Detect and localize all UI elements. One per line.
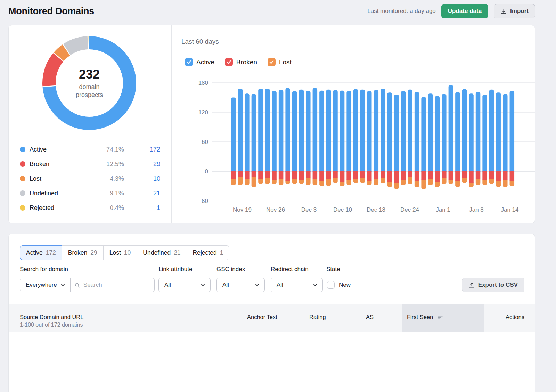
col-first-seen-label: First Seen bbox=[407, 314, 433, 320]
col-actions: Actions bbox=[506, 314, 524, 320]
tab-rejected[interactable]: Rejected1 bbox=[187, 246, 229, 260]
legend-checkbox-lost[interactable]: Lost bbox=[268, 58, 292, 66]
undefined-dot-icon bbox=[20, 190, 25, 196]
redirect-chain-select[interactable]: All bbox=[271, 278, 323, 292]
tab-count: 10 bbox=[124, 249, 131, 256]
table-row: www.example-domain.com new https://www.e… bbox=[9, 332, 535, 392]
donut-legend: Active74.1%172Broken12.5%29Lost4.3%10Und… bbox=[20, 142, 160, 215]
tab-broken[interactable]: Broken29 bbox=[62, 246, 104, 260]
tab-label: Undefined bbox=[143, 249, 171, 256]
col-rating: Rating bbox=[309, 314, 326, 320]
top-bar: Monitored Domains Last monitored: a day … bbox=[8, 0, 535, 22]
chart-title: Last 60 days bbox=[181, 38, 219, 46]
new-checkbox[interactable] bbox=[327, 281, 335, 289]
svg-text:Jan 1: Jan 1 bbox=[436, 206, 450, 213]
col-as: AS bbox=[366, 314, 374, 320]
tab-label: Active bbox=[26, 249, 43, 256]
import-label: Import bbox=[510, 8, 529, 15]
svg-text:120: 120 bbox=[198, 109, 208, 116]
import-button[interactable]: Import bbox=[494, 4, 535, 18]
state-new-filter: New bbox=[327, 278, 351, 292]
legend-count-link[interactable]: 10 bbox=[124, 175, 160, 182]
upload-icon bbox=[468, 282, 475, 288]
tab-count: 21 bbox=[174, 249, 180, 256]
overview-card: 232 domain prospects Active74.1%172Broke… bbox=[8, 25, 535, 223]
svg-text:Jan 14: Jan 14 bbox=[501, 206, 518, 213]
search-input[interactable] bbox=[83, 281, 150, 288]
checkbox-checked-icon bbox=[268, 58, 276, 66]
svg-text:Dec 24: Dec 24 bbox=[400, 206, 419, 213]
legend-percent: 0.4% bbox=[93, 204, 124, 212]
tab-label: Rejected bbox=[193, 249, 217, 256]
link-attribute-select[interactable]: All bbox=[158, 278, 211, 292]
col-first-seen[interactable]: First Seen bbox=[407, 314, 443, 321]
update-data-label: Update data bbox=[448, 8, 482, 15]
tab-count: 29 bbox=[90, 249, 97, 256]
stacked-bar-chart[interactable]: 18012060060Nov 19Nov 26Dec 3Dec 10Dec 18… bbox=[195, 73, 536, 216]
donut-chart[interactable]: 232 domain prospects bbox=[42, 36, 137, 130]
svg-text:Nov 19: Nov 19 bbox=[233, 206, 252, 213]
new-checkbox-label: New bbox=[339, 281, 351, 288]
svg-text:60: 60 bbox=[202, 139, 208, 145]
gsc-index-select[interactable]: All bbox=[216, 278, 265, 292]
monitored-domains-page: Monitored Domains Last monitored: a day … bbox=[0, 0, 556, 392]
update-data-button[interactable]: Update data bbox=[441, 4, 488, 18]
donut-legend-item-undefined: Undefined9.1%21 bbox=[20, 186, 160, 201]
svg-text:Dec 3: Dec 3 bbox=[301, 206, 317, 213]
legend-count-link[interactable]: 1 bbox=[124, 204, 160, 212]
export-to-csv-button[interactable]: Export to CSV bbox=[462, 278, 524, 292]
tab-count: 1 bbox=[220, 249, 223, 256]
legend-label: Undefined bbox=[30, 190, 93, 197]
legend-checkbox-active[interactable]: Active bbox=[185, 58, 214, 66]
broken-dot-icon bbox=[20, 161, 25, 167]
donut-legend-item-active: Active74.1%172 bbox=[20, 142, 160, 157]
domain-search-control: Everywhere bbox=[20, 278, 155, 292]
table-pagination-summary: 1-100 out of 172 domains bbox=[20, 322, 83, 328]
legend-count-link[interactable]: 29 bbox=[124, 161, 160, 168]
tab-active[interactable]: Active172 bbox=[20, 246, 62, 260]
chevron-down-icon bbox=[60, 283, 65, 287]
lost-dot-icon bbox=[20, 176, 25, 181]
export-to-csv-label: Export to CSV bbox=[478, 281, 518, 288]
redirect-chain-label: Redirect chain bbox=[271, 266, 309, 273]
link-attribute-label: Link attribute bbox=[158, 266, 192, 273]
search-scope-dropdown[interactable]: Everywhere bbox=[20, 278, 71, 292]
last-monitored-text: Last monitored: a day ago bbox=[367, 8, 436, 15]
legend-label: Broken bbox=[30, 161, 93, 168]
legend-label: Lost bbox=[30, 175, 93, 182]
legend-label: Active bbox=[196, 58, 214, 66]
top-bar-actions: Last monitored: a day ago Update data Im… bbox=[367, 4, 535, 18]
link-attribute-value: All bbox=[164, 281, 171, 288]
tab-lost[interactable]: Lost10 bbox=[104, 246, 137, 260]
search-icon bbox=[75, 282, 80, 288]
col-anchor-text: Anchor Text bbox=[247, 314, 277, 320]
rejected-dot-icon bbox=[20, 205, 25, 211]
tab-undefined[interactable]: Undefined21 bbox=[137, 246, 187, 260]
donut-panel: 232 domain prospects Active74.1%172Broke… bbox=[9, 25, 171, 223]
sort-descending-icon bbox=[438, 315, 443, 321]
legend-count-link[interactable]: 21 bbox=[124, 190, 160, 197]
domains-table-card: Active172Broken29Lost10Undefined21Reject… bbox=[8, 234, 535, 392]
table-header: Source Domain and URL 1-100 out of 172 d… bbox=[9, 304, 535, 332]
legend-checkbox-broken[interactable]: Broken bbox=[225, 58, 257, 66]
redirect-chain-value: All bbox=[277, 281, 283, 288]
donut-legend-item-rejected: Rejected0.4%1 bbox=[20, 201, 160, 215]
search-box bbox=[71, 281, 154, 288]
tab-count: 172 bbox=[46, 249, 56, 256]
donut-svg bbox=[42, 36, 137, 130]
legend-count-link[interactable]: 172 bbox=[124, 146, 160, 153]
search-for-domain-label: Search for domain bbox=[20, 266, 68, 273]
svg-text:Dec 18: Dec 18 bbox=[367, 206, 385, 213]
chevron-down-icon bbox=[255, 283, 260, 287]
chevron-down-icon bbox=[313, 283, 318, 287]
status-tabs: Active172Broken29Lost10Undefined21Reject… bbox=[20, 245, 229, 260]
download-icon bbox=[500, 8, 507, 15]
legend-percent: 12.5% bbox=[93, 161, 124, 168]
active-dot-icon bbox=[20, 147, 25, 152]
col-source-domain: Source Domain and URL bbox=[20, 314, 83, 320]
legend-percent: 9.1% bbox=[93, 190, 124, 197]
svg-text:0: 0 bbox=[205, 168, 208, 175]
state-label: State bbox=[326, 266, 340, 273]
legend-percent: 4.3% bbox=[93, 175, 124, 182]
legend-label: Rejected bbox=[30, 204, 93, 212]
